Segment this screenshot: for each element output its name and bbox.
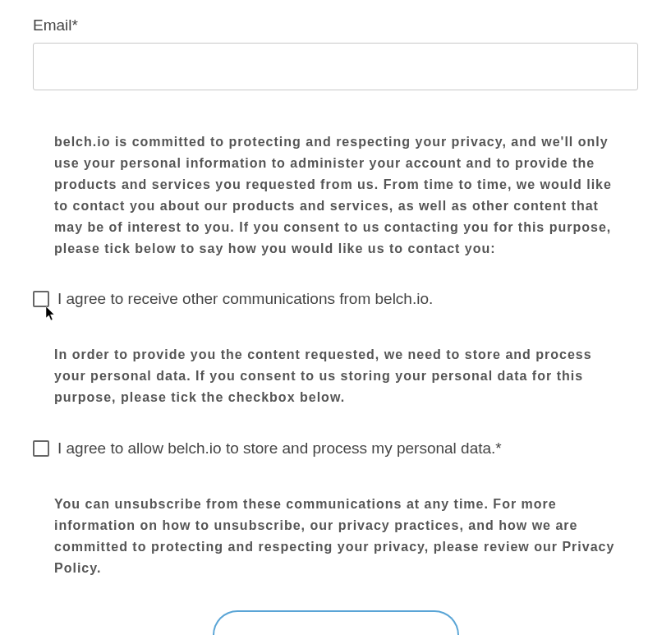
- unsubscribe-text: You can unsubscribe from these communica…: [33, 494, 638, 579]
- consent-communications-label[interactable]: I agree to receive other communications …: [57, 290, 433, 308]
- submit-area: [33, 610, 638, 635]
- consent-storage-checkbox[interactable]: [33, 440, 49, 457]
- consent-storage-row: I agree to allow belch.io to store and p…: [33, 439, 638, 458]
- consent-storage-label[interactable]: I agree to allow belch.io to store and p…: [57, 439, 502, 458]
- privacy-intro-text: belch.io is committed to protecting and …: [33, 131, 638, 259]
- cursor-icon: [46, 306, 57, 321]
- consent-communications-checkbox[interactable]: [33, 291, 49, 307]
- email-label: Email*: [33, 16, 638, 34]
- consent-communications-row: I agree to receive other communications …: [33, 290, 638, 308]
- email-input[interactable]: [33, 43, 638, 90]
- submit-button[interactable]: [213, 610, 459, 635]
- storage-text: In order to provide you the content requ…: [33, 344, 638, 408]
